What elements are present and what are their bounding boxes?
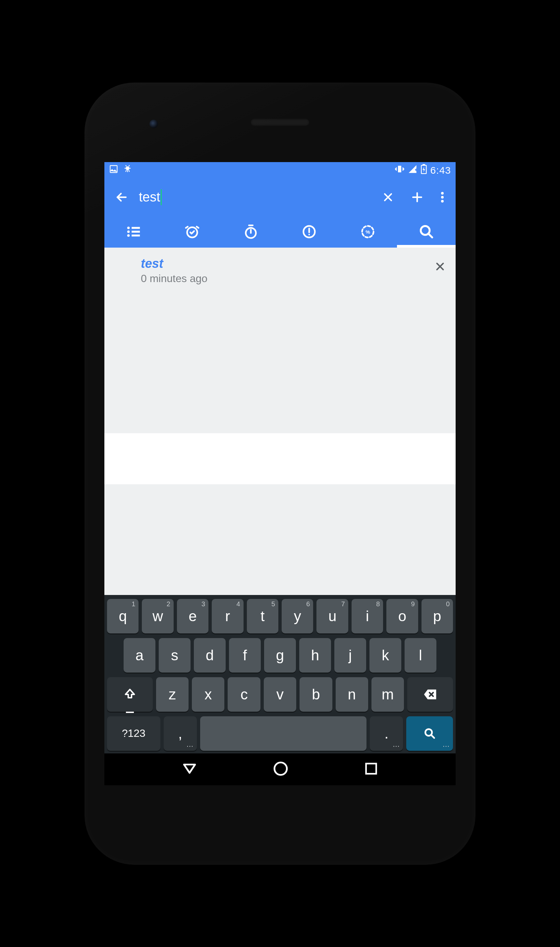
- space-key[interactable]: [200, 716, 366, 751]
- search-input[interactable]: [137, 188, 372, 206]
- result-subtitle: 0 minutes ago: [141, 273, 208, 285]
- nav-recents-button[interactable]: [363, 761, 379, 778]
- earpiece-speaker: [250, 119, 310, 126]
- search-result-item[interactable]: test 0 minutes ago: [105, 254, 455, 288]
- tab-search[interactable]: [397, 216, 455, 248]
- screen: 6:43: [105, 162, 455, 785]
- key-a[interactable]: a: [124, 638, 155, 673]
- key-s[interactable]: s: [159, 638, 191, 673]
- key-l[interactable]: l: [405, 638, 436, 673]
- key-u[interactable]: u: [317, 599, 348, 633]
- key-m[interactable]: m: [371, 677, 404, 711]
- key-r[interactable]: r: [212, 599, 243, 633]
- symbols-key[interactable]: ?123: [107, 716, 160, 751]
- key-d[interactable]: d: [194, 638, 226, 673]
- content-whitespace: [105, 433, 455, 484]
- tab-bar: %: [105, 216, 455, 248]
- svg-point-12: [127, 234, 130, 237]
- key-o[interactable]: o: [386, 599, 418, 633]
- key-q[interactable]: q: [107, 599, 138, 633]
- add-button[interactable]: [404, 184, 431, 211]
- tab-alarm[interactable]: [163, 216, 222, 248]
- period-label: .: [385, 725, 388, 742]
- tab-progress[interactable]: %: [338, 216, 397, 248]
- svg-rect-11: [132, 231, 140, 233]
- svg-point-10: [127, 230, 130, 233]
- overflow-menu-button[interactable]: [433, 184, 452, 211]
- comma-label: ,: [178, 725, 182, 742]
- svg-text:%: %: [366, 229, 370, 234]
- comma-key[interactable]: , …: [164, 716, 197, 751]
- key-x[interactable]: x: [192, 677, 224, 711]
- search-enter-key[interactable]: …: [406, 716, 453, 751]
- key-w[interactable]: w: [142, 599, 173, 633]
- tab-stopwatch[interactable]: [222, 216, 280, 248]
- tab-list[interactable]: [105, 216, 163, 248]
- svg-point-17: [309, 234, 310, 236]
- battery-charging-icon: [420, 164, 427, 176]
- nav-back-button[interactable]: [181, 761, 198, 778]
- android-navbar: [105, 753, 455, 785]
- tab-priority[interactable]: [280, 216, 338, 248]
- key-i[interactable]: i: [352, 599, 383, 633]
- key-v[interactable]: v: [264, 677, 296, 711]
- svg-point-7: [441, 200, 444, 203]
- clear-button[interactable]: [375, 184, 401, 211]
- key-b[interactable]: b: [300, 677, 332, 711]
- key-y[interactable]: y: [282, 599, 313, 633]
- clock-text: 6:43: [431, 165, 451, 176]
- key-z[interactable]: z: [156, 677, 189, 711]
- key-h[interactable]: h: [299, 638, 331, 673]
- cell-signal-icon: [408, 165, 417, 176]
- svg-rect-13: [132, 234, 140, 236]
- debug-icon: [123, 165, 132, 176]
- svg-rect-4: [423, 164, 425, 165]
- svg-rect-23: [366, 763, 376, 774]
- back-button[interactable]: [108, 184, 135, 211]
- key-c[interactable]: c: [228, 677, 260, 711]
- key-f[interactable]: f: [229, 638, 261, 673]
- image-icon: [109, 165, 118, 176]
- svg-point-5: [441, 192, 444, 194]
- svg-point-22: [274, 762, 287, 775]
- key-t[interactable]: t: [247, 599, 278, 633]
- svg-point-1: [126, 166, 129, 170]
- shift-key[interactable]: [107, 677, 153, 711]
- app-bar: [105, 179, 455, 216]
- vibrate-icon: [395, 164, 405, 176]
- dismiss-result-button[interactable]: [434, 260, 446, 274]
- soft-keyboard: qwertyuiop asdfghjkl zxcvbnm ?123 , … . …: [105, 595, 455, 753]
- svg-point-6: [441, 196, 444, 199]
- front-camera: [149, 120, 158, 128]
- status-bar: 6:43: [105, 162, 455, 179]
- svg-rect-2: [398, 166, 401, 172]
- key-k[interactable]: k: [369, 638, 401, 673]
- period-key[interactable]: . …: [370, 716, 403, 751]
- nav-home-button[interactable]: [272, 761, 289, 778]
- key-backspace[interactable]: [407, 677, 453, 711]
- key-g[interactable]: g: [264, 638, 296, 673]
- key-e[interactable]: e: [177, 599, 208, 633]
- results-area: test 0 minutes ago: [105, 248, 455, 595]
- key-p[interactable]: p: [422, 599, 453, 633]
- device-frame: 6:43: [85, 83, 475, 865]
- key-n[interactable]: n: [336, 677, 368, 711]
- result-title: test: [141, 257, 208, 271]
- svg-rect-9: [132, 227, 140, 229]
- key-j[interactable]: j: [334, 638, 366, 673]
- svg-point-8: [127, 226, 130, 229]
